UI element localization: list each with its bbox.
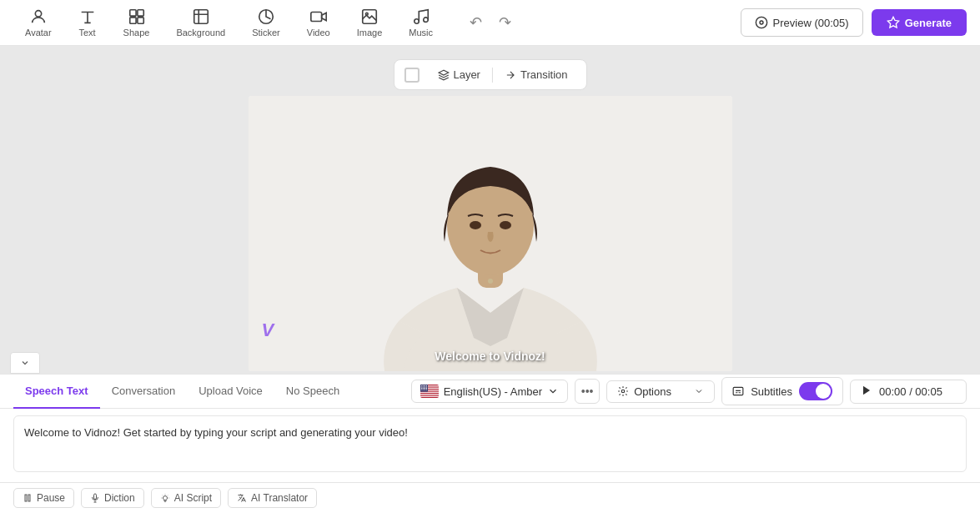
svg-point-12 xyxy=(756,17,766,28)
pause-icon xyxy=(23,493,33,503)
tool-text[interactable]: Text xyxy=(67,3,108,43)
bottom-panel: Speech Text Conversation Upload Voice No… xyxy=(0,374,980,513)
toolbar-actions: Preview (00:05) Generate xyxy=(741,8,967,37)
caption-overlay: Welcome to Vidnoz! xyxy=(435,350,545,363)
options-button[interactable]: Options xyxy=(606,380,715,403)
generate-icon xyxy=(887,16,900,29)
svg-rect-4 xyxy=(137,18,143,23)
main-toolbar: Avatar Text Shape Background xyxy=(0,0,980,46)
generate-button[interactable]: Generate xyxy=(872,9,967,36)
svg-point-44 xyxy=(426,388,427,389)
layer-icon xyxy=(437,69,449,81)
watermark: V xyxy=(262,319,274,341)
svg-point-39 xyxy=(426,386,427,387)
redo-button[interactable]: ↷ xyxy=(494,8,516,37)
chevron-down-icon xyxy=(20,358,30,368)
play-button[interactable] xyxy=(861,385,872,399)
tool-background[interactable]: Background xyxy=(164,3,237,43)
bottom-toolbar: Pause Diction AI Script AI Translator xyxy=(0,482,980,513)
svg-rect-28 xyxy=(420,396,439,397)
play-icon xyxy=(861,385,872,396)
svg-point-43 xyxy=(425,388,425,389)
diction-icon xyxy=(90,493,100,503)
script-textarea[interactable] xyxy=(13,415,967,472)
svg-point-18 xyxy=(470,221,481,229)
svg-point-47 xyxy=(424,389,425,390)
tab-conversation[interactable]: Conversation xyxy=(100,375,188,409)
tab-no-speech[interactable]: No Speech xyxy=(274,375,351,409)
svg-point-13 xyxy=(760,21,763,24)
svg-rect-3 xyxy=(129,18,135,23)
svg-point-20 xyxy=(488,279,493,284)
preview-button[interactable]: Preview (00:05) xyxy=(741,8,863,37)
voice-chevron-icon xyxy=(547,385,559,397)
tool-music[interactable]: Music xyxy=(397,3,445,43)
ai-translator-button[interactable]: AI Translator xyxy=(228,488,317,508)
svg-point-45 xyxy=(421,389,422,390)
video-canvas: V Welcome to Vidnoz! xyxy=(249,96,732,371)
svg-point-31 xyxy=(422,385,423,386)
svg-point-32 xyxy=(424,385,425,386)
toggle-knob xyxy=(816,384,831,399)
tool-shape[interactable]: Shape xyxy=(112,3,162,43)
layer-bar: Layer Transition xyxy=(393,59,586,90)
tab-speech-text[interactable]: Speech Text xyxy=(13,375,100,409)
voice-controls: English(US) - Amber ••• Options xyxy=(411,377,967,405)
layer-button[interactable]: Layer xyxy=(429,65,489,84)
pause-button[interactable]: Pause xyxy=(13,488,74,508)
voice-selector[interactable]: English(US) - Amber xyxy=(411,380,568,403)
svg-point-50 xyxy=(621,390,625,393)
options-icon xyxy=(617,385,629,397)
voice-more-button[interactable]: ••• xyxy=(575,379,600,404)
subtitles-control: Subtitles xyxy=(721,377,843,405)
svg-point-46 xyxy=(422,389,423,390)
diction-button[interactable]: Diction xyxy=(81,488,144,508)
transition-icon xyxy=(505,69,516,81)
svg-point-34 xyxy=(426,385,427,386)
tool-image[interactable]: Image xyxy=(345,3,395,43)
svg-point-10 xyxy=(414,19,419,24)
svg-point-37 xyxy=(424,386,425,387)
svg-marker-52 xyxy=(863,385,870,395)
tool-video[interactable]: Video xyxy=(295,3,342,43)
svg-point-38 xyxy=(425,386,425,387)
layer-divider xyxy=(492,68,493,83)
preview-icon xyxy=(755,16,768,29)
svg-rect-54 xyxy=(28,495,30,501)
subtitles-icon xyxy=(732,385,744,397)
layer-checkbox[interactable] xyxy=(404,68,419,83)
tool-avatar[interactable]: Avatar xyxy=(13,3,63,43)
svg-point-48 xyxy=(425,389,425,390)
svg-rect-53 xyxy=(25,495,27,501)
svg-point-36 xyxy=(422,386,423,387)
playback-control: 00:00 / 00:05 xyxy=(850,380,967,404)
tool-sticker[interactable]: Sticker xyxy=(240,3,292,43)
svg-point-41 xyxy=(422,388,423,389)
svg-rect-26 xyxy=(420,392,439,393)
transition-button[interactable]: Transition xyxy=(496,65,576,84)
svg-rect-2 xyxy=(137,10,143,16)
ai-translator-icon xyxy=(237,493,247,503)
svg-point-40 xyxy=(421,388,422,389)
us-flag-icon xyxy=(420,385,439,398)
svg-point-49 xyxy=(426,389,427,390)
tab-upload-voice[interactable]: Upload Voice xyxy=(187,375,274,409)
avatar-svg xyxy=(249,96,732,371)
svg-point-35 xyxy=(421,386,422,387)
speech-tabs-row: Speech Text Conversation Upload Voice No… xyxy=(0,375,980,409)
svg-point-11 xyxy=(423,18,428,22)
ai-script-icon xyxy=(160,493,170,503)
collapse-button[interactable] xyxy=(10,352,40,374)
svg-rect-27 xyxy=(420,394,439,395)
undo-button[interactable]: ↶ xyxy=(465,8,487,37)
svg-point-30 xyxy=(421,385,422,386)
script-area xyxy=(0,409,980,482)
undo-redo-controls: ↶ ↷ xyxy=(465,8,516,37)
svg-rect-7 xyxy=(311,13,322,22)
ai-script-button[interactable]: AI Script xyxy=(151,488,221,508)
subtitles-toggle[interactable] xyxy=(799,382,832,400)
svg-rect-1 xyxy=(129,10,135,16)
options-chevron-icon xyxy=(694,386,704,396)
svg-point-19 xyxy=(500,221,511,229)
canvas-area: Layer Transition xyxy=(0,46,980,374)
